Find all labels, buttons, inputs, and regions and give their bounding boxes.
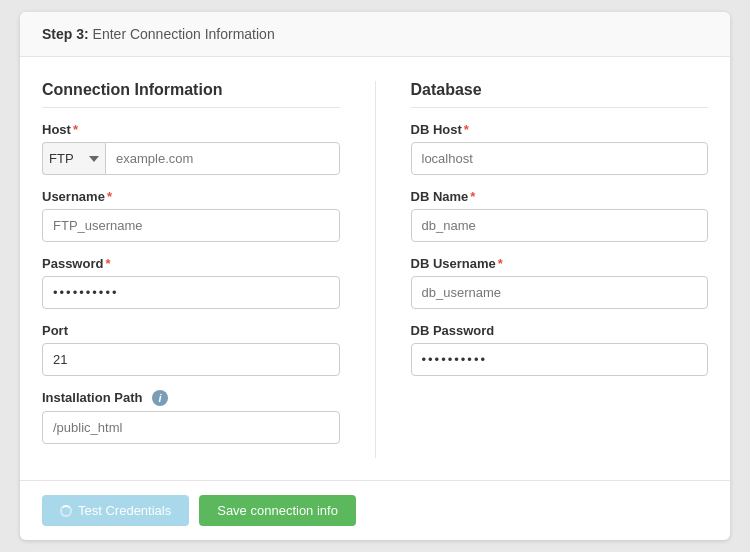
host-protocol-select[interactable]: FTP SFTP HTTP bbox=[42, 142, 105, 175]
port-label: Port bbox=[42, 323, 340, 338]
card-header: Step 3: Enter Connection Information bbox=[20, 12, 730, 57]
username-label: Username* bbox=[42, 189, 340, 204]
db-name-required: * bbox=[470, 189, 475, 204]
db-host-label: DB Host* bbox=[411, 122, 709, 137]
database-section-title: Database bbox=[411, 81, 709, 108]
db-username-input[interactable] bbox=[411, 276, 709, 309]
save-connection-label: Save connection info bbox=[217, 503, 338, 518]
username-required: * bbox=[107, 189, 112, 204]
password-input[interactable] bbox=[42, 276, 340, 309]
install-path-group: Installation Path i bbox=[42, 390, 340, 444]
db-name-group: DB Name* bbox=[411, 189, 709, 242]
db-username-group: DB Username* bbox=[411, 256, 709, 309]
host-required: * bbox=[73, 122, 78, 137]
db-password-input[interactable] bbox=[411, 343, 709, 376]
main-card: Step 3: Enter Connection Information Con… bbox=[20, 12, 730, 540]
install-path-info-icon[interactable]: i bbox=[152, 390, 168, 406]
port-group: Port bbox=[42, 323, 340, 376]
db-password-group: DB Password bbox=[411, 323, 709, 376]
step-number: Step 3: bbox=[42, 26, 89, 42]
host-label: Host* bbox=[42, 122, 340, 137]
host-input-group: FTP SFTP HTTP bbox=[42, 142, 340, 175]
db-password-label: DB Password bbox=[411, 323, 709, 338]
install-path-input[interactable] bbox=[42, 411, 340, 444]
card-footer: Test Credentials Save connection info bbox=[20, 480, 730, 540]
save-connection-button[interactable]: Save connection info bbox=[199, 495, 356, 526]
db-username-label: DB Username* bbox=[411, 256, 709, 271]
step-label: Step 3: Enter Connection Information bbox=[42, 26, 275, 42]
db-name-input[interactable] bbox=[411, 209, 709, 242]
host-text-input[interactable] bbox=[105, 142, 340, 175]
db-username-required: * bbox=[498, 256, 503, 271]
password-label: Password* bbox=[42, 256, 340, 271]
db-host-input[interactable] bbox=[411, 142, 709, 175]
column-divider bbox=[375, 81, 376, 458]
host-group: Host* FTP SFTP HTTP bbox=[42, 122, 340, 175]
password-group: Password* bbox=[42, 256, 340, 309]
username-group: Username* bbox=[42, 189, 340, 242]
install-path-label: Installation Path i bbox=[42, 390, 340, 406]
test-credentials-button[interactable]: Test Credentials bbox=[42, 495, 189, 526]
db-name-label: DB Name* bbox=[411, 189, 709, 204]
port-input[interactable] bbox=[42, 343, 340, 376]
step-description: Enter Connection Information bbox=[89, 26, 275, 42]
spinner-icon bbox=[60, 505, 72, 517]
connection-info-column: Connection Information Host* FTP SFTP HT… bbox=[42, 81, 340, 458]
db-host-required: * bbox=[464, 122, 469, 137]
test-credentials-label: Test Credentials bbox=[78, 503, 171, 518]
username-input[interactable] bbox=[42, 209, 340, 242]
database-column: Database DB Host* DB Name* DB Username* bbox=[411, 81, 709, 458]
db-host-group: DB Host* bbox=[411, 122, 709, 175]
card-body: Connection Information Host* FTP SFTP HT… bbox=[20, 57, 730, 480]
password-required: * bbox=[105, 256, 110, 271]
connection-section-title: Connection Information bbox=[42, 81, 340, 108]
